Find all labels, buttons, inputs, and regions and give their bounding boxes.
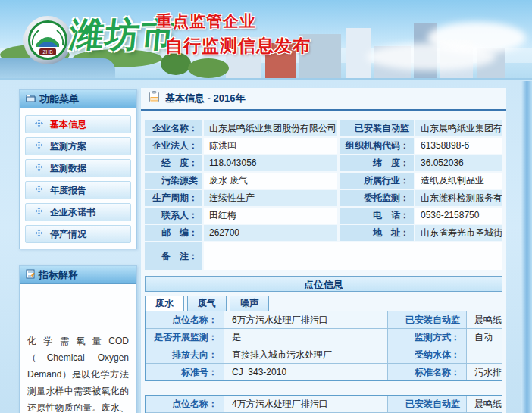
field-value: 山东晨鸣纸业集团有限公司 — [415, 120, 502, 136]
site2-table: 点位名称： 4万方污水处理厂排污口 已安装自动监控： 晨鸣纸业第一污水处理厂 是… — [145, 395, 502, 413]
field-label: 电 话： — [340, 208, 414, 224]
site1-table: 点位名称： 6万方污水处理厂排污口 已安装自动监控： 晨鸣纸业第二污水处理厂 是… — [145, 311, 502, 381]
points-panel-title: 点位信息 — [145, 276, 502, 292]
field-label: 已安装自动监控： — [340, 120, 414, 136]
remark-row: 备 注： — [145, 242, 502, 270]
field-value — [467, 346, 502, 363]
menu-body: 基本信息 监测方案 监测数据 年度报告 — [20, 108, 136, 249]
field-value — [204, 242, 502, 270]
field-value: CJ_343-2010 — [224, 364, 388, 380]
field-label: 企业名称： — [145, 120, 202, 136]
menu-header-label: 功能菜单 — [39, 92, 79, 106]
table-row: 企业法人： 陈洪国 组织机构代码： 61358898-6 — [145, 138, 502, 154]
field-label: 组织机构代码： — [340, 138, 414, 154]
sidebar-item-annual-report[interactable]: 年度报告 — [25, 181, 131, 199]
field-value: 262700 — [204, 225, 337, 241]
sidebar-item-monitor-data[interactable]: 监测数据 — [25, 159, 131, 177]
sidebar-item-label: 年度报告 — [50, 184, 86, 197]
section-header: 基本信息 - 2016年 — [141, 88, 506, 111]
banner-title-line2: 自行监测信息发布 — [165, 34, 311, 58]
compass-arrows-icon — [35, 207, 43, 217]
clipboard-icon — [149, 91, 160, 105]
field-value: 自动 — [467, 329, 502, 346]
field-value: 晨鸣纸业第一污水处理厂 — [467, 396, 502, 412]
compass-arrows-icon — [35, 141, 43, 152]
basic-info-table: 企业名称： 山东晨鸣纸业集团股份有限公司 已安装自动监控： 山东晨鸣纸业集团有限… — [145, 120, 502, 270]
tab-noise[interactable]: 噪声 — [230, 296, 269, 311]
sidebar: 功能菜单 基本信息 监测方案 监测数据 — [19, 89, 137, 413]
sidebar-item-monitor-plan[interactable]: 监测方案 — [25, 137, 131, 155]
field-label: 已安装自动监控： — [388, 311, 467, 328]
sidebar-item-label: 停产情况 — [50, 228, 86, 241]
epa-logo-icon: ZHB — [23, 15, 73, 65]
field-label: 受纳水体： — [388, 346, 467, 363]
sidebar-item-label: 基本信息 — [50, 118, 86, 131]
sidebar-item-shutdown-status[interactable]: 停产情况 — [25, 225, 131, 243]
indicator-header: 指标解释 — [20, 266, 136, 284]
field-value: 造纸及纸制品业 — [415, 173, 502, 189]
field-label: 备 注： — [145, 242, 202, 270]
field-label: 邮 编： — [145, 225, 202, 241]
compass-arrows-icon — [35, 119, 43, 130]
tree — [188, 58, 229, 78]
field-label: 是否开展监测： — [146, 329, 224, 346]
compass-arrows-icon — [35, 163, 43, 174]
tab-exhaust-gas[interactable]: 废气 — [187, 296, 227, 311]
field-value: 废水 废气 — [204, 173, 337, 189]
field-label: 点位名称： — [146, 396, 224, 412]
section-header-title: 基本信息 - 2016年 — [165, 92, 245, 105]
field-label: 点位名称： — [146, 311, 224, 328]
indicator-header-label: 指标解释 — [39, 268, 78, 282]
field-value: 晨鸣纸业第二污水处理厂 — [467, 311, 502, 328]
sidebar-item-label: 企业承诺书 — [50, 206, 95, 219]
sidebar-item-commitment[interactable]: 企业承诺书 — [25, 203, 131, 221]
field-label: 企业法人： — [145, 138, 202, 154]
field-label: 监测方式： — [388, 329, 467, 346]
logo-text: ZHB — [43, 49, 53, 55]
table-row: 点位名称： 4万方污水处理厂排污口 已安装自动监控： 晨鸣纸业第一污水处理厂 — [146, 396, 502, 413]
field-value: 山东省寿光市圣城街595号 — [415, 225, 502, 241]
field-value: 直接排入城市污水处理厂 — [224, 346, 388, 363]
field-label: 标准号： — [146, 364, 224, 380]
field-label: 纬 度： — [340, 155, 414, 171]
table-row: 标准号： CJ_343-2010 标准名称： 污水排入城镇下水道水质标准 — [146, 364, 502, 380]
building — [346, 28, 371, 78]
table-row: 邮 编： 262700 地 址： 山东省寿光市圣城街595号 — [145, 225, 502, 241]
field-value: 36.052036 — [415, 155, 502, 171]
page-right-edge — [521, 81, 532, 413]
table-row: 排放去向： 直接排入城市污水处理厂 受纳水体： — [146, 346, 502, 364]
field-value: 陈洪国 — [204, 138, 337, 154]
field-label: 已安装自动监控： — [388, 396, 467, 412]
field-value: 0536-2158750 — [415, 208, 502, 224]
indicator-box: 指标解释 化学需氧量COD（Chemical Oxygen Demand）是以化… — [19, 265, 137, 413]
table-row: 生产周期： 连续性生产 委托监测： 山东潍科检测服务有限公司 — [145, 190, 502, 206]
field-label: 联系人： — [145, 208, 202, 224]
field-value: 山东潍科检测服务有限公司 — [415, 190, 502, 206]
table-row: 是否开展监测： 是 监测方式： 自动 — [146, 329, 502, 346]
banner-title-line1: 重点监管企业 — [156, 11, 311, 32]
field-value: 6万方污水处理厂排污口 — [224, 311, 388, 328]
main-content: 基本信息 - 2016年 企业名称： 山东晨鸣纸业集团股份有限公司 已安装自动监… — [141, 88, 506, 413]
cloud — [367, 43, 496, 70]
field-value: 连续性生产 — [204, 190, 337, 206]
table-row: 污染源类型： 废水 废气 所属行业： 造纸及纸制品业 — [145, 173, 502, 189]
site-banner: ZHB 潍坊市 重点监管企业 自行监测信息发布 — [0, 0, 532, 80]
sidebar-item-basic-info[interactable]: 基本信息 — [25, 115, 131, 133]
table-row: 点位名称： 6万方污水处理厂排污口 已安装自动监控： 晨鸣纸业第二污水处理厂 — [146, 311, 502, 329]
field-label: 所属行业： — [340, 173, 414, 189]
tab-wastewater[interactable]: 废水 — [145, 296, 184, 311]
field-label: 经 度： — [145, 155, 202, 171]
table-row: 联系人： 田红梅 电 话： 0536-2158750 — [145, 208, 502, 224]
points-tabs: 废水 废气 噪声 — [145, 296, 502, 311]
indicator-text: 化学需氧量COD（Chemical Oxygen Demand）是以化学方法测量… — [20, 284, 136, 413]
field-label: 委托监测： — [340, 190, 414, 206]
compass-arrows-icon — [35, 229, 43, 239]
banner-titles: 重点监管企业 自行监测信息发布 — [156, 11, 311, 58]
document-pencil-icon — [26, 269, 35, 281]
table-row: 经 度： 118.043056 纬 度： 36.052036 — [145, 155, 502, 171]
field-label: 地 址： — [340, 225, 414, 241]
field-value: 污水排入城镇下水道水质标准 — [467, 364, 502, 380]
field-value: 山东晨鸣纸业集团股份有限公司 — [204, 120, 337, 136]
menu-header: 功能菜单 — [20, 90, 136, 108]
folder-icon — [26, 93, 36, 105]
